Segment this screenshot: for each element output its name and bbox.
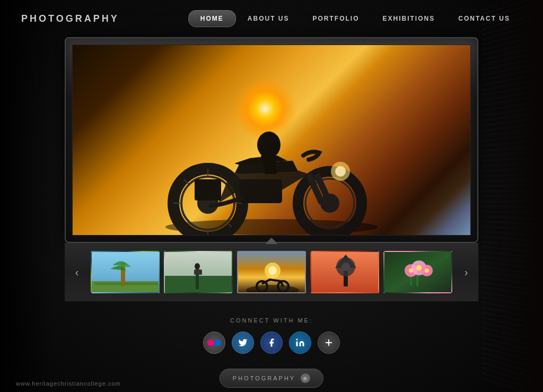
nav-home[interactable]: HOME xyxy=(188,10,236,27)
thumb-4-image xyxy=(311,252,379,293)
header: PHOTOGRAPHY HOME ABOUT US PORTFOLIO EXHI… xyxy=(0,0,543,37)
main-image-container xyxy=(72,45,471,236)
nav-about[interactable]: ABOUT US xyxy=(236,11,301,27)
linkedin-in xyxy=(295,338,305,347)
footer-logo-bar[interactable]: PHOTOGRAPHY ⊕ xyxy=(220,369,323,388)
thumb-3-image xyxy=(238,252,306,293)
svg-point-43 xyxy=(416,265,422,271)
footer-center: PHOTOGRAPHY ⊕ xyxy=(220,369,323,388)
svg-point-27 xyxy=(195,263,200,269)
svg-point-44 xyxy=(409,268,413,273)
svg-rect-18 xyxy=(195,179,221,201)
flickr-icon[interactable] xyxy=(203,332,225,354)
nav-contact[interactable]: CONTACT US xyxy=(446,11,522,27)
svg-rect-23 xyxy=(94,283,158,285)
svg-point-19 xyxy=(257,132,281,158)
plus-icon xyxy=(324,338,334,347)
nav-portfolio[interactable]: PORTFOLIO xyxy=(301,11,371,27)
image-frame xyxy=(65,37,478,243)
thumb-1-image xyxy=(92,252,160,293)
svg-rect-28 xyxy=(194,269,202,275)
connect-label: CONNECT WITH ME: xyxy=(230,317,313,324)
facebook-icon[interactable] xyxy=(260,332,283,354)
svg-rect-17 xyxy=(240,179,282,203)
site-logo: PHOTOGRAPHY xyxy=(21,13,119,24)
thumbnails-list xyxy=(89,248,454,296)
thumbnail-3[interactable] xyxy=(237,251,306,293)
twitter-bird xyxy=(238,338,248,347)
thumb-5-image xyxy=(384,252,452,293)
svg-point-31 xyxy=(268,266,277,275)
svg-point-16 xyxy=(335,166,346,177)
thumbnail-2[interactable] xyxy=(164,251,233,293)
flickr-dots xyxy=(207,339,221,346)
svg-point-48 xyxy=(296,339,298,341)
triangle-indicator xyxy=(265,238,278,244)
linkedin-icon[interactable] xyxy=(289,332,311,354)
svg-point-38 xyxy=(341,263,350,271)
nav-exhibitions[interactable]: EXHIBITIONS xyxy=(371,11,447,27)
twitter-icon[interactable] xyxy=(232,332,254,354)
svg-rect-47 xyxy=(410,277,412,285)
lock-icon: ⊕ xyxy=(301,373,310,383)
main-content: ‹ xyxy=(0,37,543,301)
flickr-dot-pink xyxy=(207,339,214,346)
motorcycle-silhouette xyxy=(134,81,409,235)
thumb-2-image xyxy=(165,252,233,293)
thumbnail-1[interactable] xyxy=(91,251,160,293)
svg-point-45 xyxy=(425,268,429,273)
main-image xyxy=(73,45,470,235)
next-button[interactable]: › xyxy=(457,263,476,282)
footer-logo-text: PHOTOGRAPHY xyxy=(233,375,295,381)
more-icon[interactable] xyxy=(318,332,340,354)
footer: www.heritagechristiancollege.com PHOTOGR… xyxy=(0,375,543,392)
thumbnail-strip: ‹ xyxy=(65,243,478,301)
thumbnail-4[interactable] xyxy=(310,251,379,293)
thumbnail-5[interactable] xyxy=(383,251,452,293)
social-icons-list xyxy=(203,332,340,354)
social-section: CONNECT WITH ME: xyxy=(0,317,543,354)
flickr-dot-blue xyxy=(215,339,221,346)
prev-button[interactable]: ‹ xyxy=(67,263,86,282)
svg-rect-46 xyxy=(416,275,418,286)
footer-url: www.heritagechristiancollege.com xyxy=(16,380,121,387)
facebook-f xyxy=(267,338,276,347)
main-nav: HOME ABOUT US PORTFOLIO EXHIBITIONS CONT… xyxy=(188,10,522,27)
